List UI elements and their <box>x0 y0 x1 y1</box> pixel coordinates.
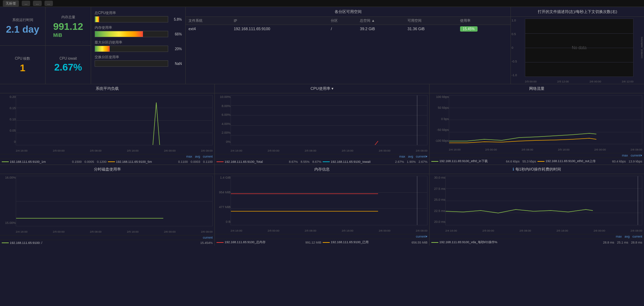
memory-info-panel: 内存信息 1.4 GiB 954 MiB 477 MiB 0 B <box>215 165 430 246</box>
cpu-total-values: 8.67% 8.55% 8.67% <box>289 160 321 164</box>
tab-btn-1[interactable]: 无标签 <box>3 0 19 7</box>
cpu-usage-y-axis: 10.00% 8.00% 6.00% 4.00% 2.00% 0% <box>217 95 231 144</box>
io-time-title: 每1秒内I/O操作耗费的时间 <box>515 167 561 172</box>
stat-row-bottom: CPU 核数 1 CPU iowait 2.67% <box>0 46 91 84</box>
stat-cards: 系统运行时间 2.1 day 内存总量 991.12 MiB CPU 核数 1 <box>0 7 91 84</box>
io-time-legend: 192.168.111.65:9100_vda_每秒I/O操作% 28.8 ms… <box>430 239 644 246</box>
cpu-total-label: 192.168.111.65:9100_Total <box>225 160 263 164</box>
disk-table-row: ext4 192.168.111.65:9100 / 39.2 GiB 31.3… <box>186 25 511 33</box>
disk-y-top: 16.00% <box>2 176 16 179</box>
memory-used-legend: 192.168.111.65:9100_已用 656.55 MiB <box>323 240 427 245</box>
memory-used-label: 192.168.111.65:9100_已用 <box>331 240 369 245</box>
io-time-x-axis: 2/4 16:00 2/5 00:00 2/5 08:00 2/5 16:00 … <box>445 229 642 232</box>
disk-usage-legend-label: 192.168.111.65:9100: / <box>10 241 42 245</box>
max-part-section: 最大分区(/)使用率 20% <box>95 40 182 52</box>
memory-info-title: 内存信息 <box>215 165 429 174</box>
fd-chart-section: 打开的文件描述符(左)/每秒上下文切换次数(右) 1.0 0.5 0 -0.5 … <box>511 7 644 84</box>
avg-load-title: 系统平均负载 <box>0 84 214 93</box>
network-upload-values: 60.4 kbps 13.9 kbps <box>612 160 642 163</box>
tab-btn-2[interactable]: ... <box>22 1 30 6</box>
disk-usage-dot <box>2 242 9 243</box>
total-cpu-section: 总CPU使用率 5.8% <box>95 11 182 22</box>
avg-load-1m-label: 192.168.111.65:9100_1m <box>10 160 46 164</box>
cpu-iowait-value: 2.67% <box>54 62 82 73</box>
network-svg <box>449 95 642 144</box>
cpu-usage-x-axis: 2/4 16:00 2/5 00:00 2/5 08:00 2/5 16:00 … <box>231 149 427 152</box>
disk-partition: / <box>328 25 357 33</box>
network-download-values: 64.6 kbps 55.3 kbps <box>506 160 536 163</box>
max-part-bar-container: 20% <box>95 46 182 52</box>
fd-x-4: 2/6 12:00 <box>622 80 633 83</box>
memory-total-label: 192.168.111.65:9100_总内存 <box>225 240 266 245</box>
disk-usage-cell: 15.45% <box>457 25 511 33</box>
network-title: 网络流量 <box>430 84 644 93</box>
disk-col-usage: 使用率 <box>457 17 511 25</box>
cpu-bars-section: 总CPU使用率 5.8% 内存使用率 66% 最大分区(/) <box>91 7 186 84</box>
disk-table: 文件系统 IP 分区 总空间 ▲ 可用空间 使用率 ext4 192.168.1… <box>186 17 511 33</box>
cpu-cores-value: 1 <box>20 62 26 74</box>
fd-chart-title: 打开的文件描述符(左)/每秒上下文切换次数(右) <box>511 7 644 17</box>
disk-available: 31.36 GiB <box>405 25 457 33</box>
fd-chart-area: No data <box>525 19 633 77</box>
swap-bar-container: NaN <box>95 60 182 67</box>
disk-usage-legend-1: 192.168.111.65:9100: / 15.454% <box>2 241 213 245</box>
avg-load-5m-cur: 0.1100 <box>203 160 213 164</box>
avg-load-legend-5m: 192.168.111.65:9100_5m 0.1100 0.0003 0.1… <box>108 160 213 164</box>
tab-btn-3[interactable]: ... <box>33 1 41 6</box>
memory-x-axis: 2/4 16:00 2/5 00:00 2/5 08:00 2/5 16:00 … <box>231 229 427 232</box>
disk-y-bottom: 15.00% <box>2 221 16 225</box>
tab-btn-4[interactable]: ... <box>44 1 53 6</box>
avg-load-1m-avg: 0.0005 <box>84 160 94 164</box>
usage-badge: 15.45% <box>460 26 478 32</box>
memory-legend: 192.168.111.65:9100_总内存 991.12 MiB 192.1… <box>215 239 429 246</box>
avg-load-5m-label: 192.168.111.65:9100_5m <box>116 160 152 164</box>
disk-space-section: 各分区可用空间 文件系统 IP 分区 总空间 ▲ 可用空间 使用率 ext4 <box>186 7 511 84</box>
disk-col-total: 总空间 ▲ <box>357 17 405 25</box>
network-panel: 网络流量 100 kbps 50 kbps 0 bps -50 kbps -10… <box>430 84 644 165</box>
avg-load-5m-avg: 0.0003 <box>191 160 200 164</box>
swap-label: 交换分区使用率 <box>95 55 182 60</box>
disk-usage-legend: 192.168.111.65:9100: / 15.454% <box>0 240 214 246</box>
uptime-value: 2.1 day <box>6 24 39 35</box>
cpu-total-dot <box>217 161 224 162</box>
cpu-iowait-values: 2.67% 1.90% 2.67% <box>395 160 427 164</box>
cpu-usage-grid <box>231 95 427 145</box>
cpu-cores-card: CPU 核数 1 <box>0 46 46 84</box>
cpu-usage-legend: 192.168.111.65:9100_Total 8.67% 8.55% 8.… <box>215 159 429 165</box>
io-vda-label: 192.168.111.65:9100_vda_每秒I/O操作% <box>439 240 498 245</box>
total-cpu-bar-container: 5.8% <box>95 16 182 22</box>
total-cpu-track <box>95 16 168 22</box>
io-max-header: max <box>616 235 622 238</box>
io-info-icon: ℹ <box>513 167 514 172</box>
io-time-y-axis: 30.0 ms 27.5 ms 25.0 ms 22.5 ms 20.0 ms <box>431 176 445 224</box>
network-download-label: 192.168.111.65:9100_eth0_in下载 <box>439 159 488 164</box>
fd-y-5: -1.0 <box>512 73 517 77</box>
cpu-total-legend: 192.168.111.65:9100_Total 8.67% 8.55% 8.… <box>217 160 321 164</box>
stat-row-top: 系统运行时间 2.1 day 内存总量 991.12 MiB <box>0 7 91 46</box>
network-max-header: max <box>622 154 628 157</box>
io-time-legend-header: max avg current <box>430 234 644 239</box>
avg-load-panel: 系统平均负载 0.20 0.15 0.10 0.05 0 <box>0 84 215 165</box>
charts-row-2: 系统平均负载 0.20 0.15 0.10 0.05 0 <box>0 84 644 165</box>
io-cur-header: current <box>632 235 642 238</box>
avg-load-svg <box>16 95 212 145</box>
max-part-value: 20% <box>170 47 182 51</box>
avg-load-5m-dot <box>108 161 115 162</box>
io-time-body: 30.0 ms 27.5 ms 25.0 ms 22.5 ms 20.0 ms <box>430 174 644 234</box>
memory-total-values: 991.12 MiB <box>305 241 321 244</box>
avg-load-1m-cur: 0.1200 <box>97 160 107 164</box>
io-vda-legend: 192.168.111.65:9100_vda_每秒I/O操作% 28.8 ms… <box>431 240 642 245</box>
network-upload-dot <box>537 161 544 162</box>
avg-load-1m-values: 0.1500 0.0005 0.1200 <box>72 160 107 164</box>
disk-usage-y-axis: 16.00% 15.00% <box>2 176 16 225</box>
disk-col-partition: 分区 <box>328 17 357 25</box>
cpu-usage-panel: CPU使用率 ▾ 10.00% 8.00% 6.00% 4.00% 2.00% … <box>215 84 430 165</box>
memory-used-dot <box>323 242 330 243</box>
avg-load-avg-header: avg <box>195 155 200 158</box>
fd-x-1: 2/5 00:00 <box>525 80 536 83</box>
avg-load-grid <box>16 95 213 145</box>
disk-space-title: 各分区可用空间 <box>186 7 511 17</box>
network-cur-header: current▾ <box>631 154 642 157</box>
cpu-cores-label: CPU 核数 <box>15 56 30 61</box>
disk-cur-header: current <box>203 236 213 239</box>
